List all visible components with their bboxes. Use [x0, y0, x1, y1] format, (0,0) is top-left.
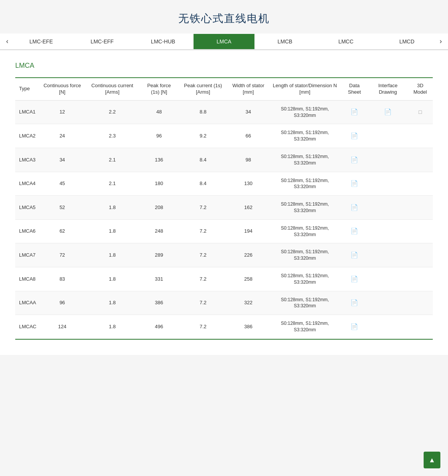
cell-continuous-force: 52	[40, 196, 85, 220]
col-header-model_3d: 3D Model	[408, 78, 433, 100]
table-row: LMCA6621.82487.2194S0:128mm, S1:192mm, S…	[15, 219, 433, 243]
cell-continuous-current: 1.8	[85, 196, 139, 220]
cell-type: LMCA3	[15, 148, 40, 172]
cell-peak-current: 8.8	[179, 100, 228, 124]
cell-continuous-current: 2.1	[85, 172, 139, 196]
tab-lmcb[interactable]: LMCB	[254, 34, 315, 49]
cell-peak-force: 289	[139, 243, 178, 267]
cell-type: LMCA5	[15, 196, 40, 220]
cell-peak-current: 7.2	[179, 267, 228, 291]
pdf-icon[interactable]: 📄	[350, 204, 358, 211]
cell-data-sheet[interactable]: 📄	[341, 196, 368, 220]
3d-model-icon[interactable]: □	[419, 109, 422, 115]
cell-peak-current: 7.2	[179, 219, 228, 243]
cell-data-sheet[interactable]: 📄	[341, 315, 368, 339]
pdf-icon[interactable]: 📄	[350, 109, 358, 115]
pdf-icon-interface[interactable]: 📄	[384, 109, 392, 115]
cell-type: LMCAA	[15, 291, 40, 315]
cell-length-stator: S0:128mm, S1:192mm, S3:320mm	[269, 100, 341, 124]
cell-3d-model	[408, 124, 433, 148]
cell-peak-force: 180	[139, 172, 178, 196]
cell-3d-model	[408, 243, 433, 267]
pdf-icon[interactable]: 📄	[350, 252, 358, 258]
pdf-icon[interactable]: 📄	[350, 157, 358, 163]
table-row: LMCA3342.11368.498S0:128mm, S1:192mm, S3…	[15, 148, 433, 172]
cell-3d-model	[408, 219, 433, 243]
cell-continuous-current: 2.3	[85, 124, 139, 148]
cell-continuous-current: 2.1	[85, 148, 139, 172]
cell-data-sheet[interactable]: 📄	[341, 291, 368, 315]
table-row: LMCA2242.3969.266S0:128mm, S1:192mm, S3:…	[15, 124, 433, 148]
tab-lmc-eff[interactable]: LMC-EFF	[72, 34, 133, 49]
cell-interface-drawing	[368, 124, 408, 148]
table-row: LMCAA961.83867.2322S0:128mm, S1:192mm, S…	[15, 291, 433, 315]
tab-lmcd[interactable]: LMCD	[376, 34, 437, 49]
cell-length-stator: S0:128mm, S1:192mm, S3:320mm	[269, 124, 341, 148]
cell-continuous-current: 1.8	[85, 267, 139, 291]
tab-lmcc[interactable]: LMCC	[315, 34, 376, 49]
cell-continuous-force: 62	[40, 219, 85, 243]
pdf-icon[interactable]: 📄	[350, 299, 358, 306]
cell-peak-force: 208	[139, 196, 178, 220]
cell-data-sheet[interactable]: 📄	[341, 148, 368, 172]
cell-width-stator: 258	[227, 267, 269, 291]
cell-interface-drawing	[368, 291, 408, 315]
cell-length-stator: S0:128mm, S1:192mm, S3:320mm	[269, 219, 341, 243]
table-row: LMCA1122.2488.834S0:128mm, S1:192mm, S3:…	[15, 100, 433, 124]
cell-width-stator: 322	[227, 291, 269, 315]
cell-3d-model	[408, 148, 433, 172]
cell-width-stator: 34	[227, 100, 269, 124]
cell-data-sheet[interactable]: 📄	[341, 219, 368, 243]
cell-length-stator: S0:128mm, S1:192mm, S3:320mm	[269, 291, 341, 315]
cell-length-stator: S0:128mm, S1:192mm, S3:320mm	[269, 243, 341, 267]
cell-type: LMCA7	[15, 243, 40, 267]
cell-peak-force: 96	[139, 124, 178, 148]
pdf-icon[interactable]: 📄	[350, 180, 358, 187]
cell-data-sheet[interactable]: 📄	[341, 267, 368, 291]
tab-lmc-hub[interactable]: LMC-HUB	[133, 34, 194, 49]
pdf-icon[interactable]: 📄	[350, 228, 358, 234]
cell-continuous-current: 1.8	[85, 291, 139, 315]
cell-data-sheet[interactable]: 📄	[341, 172, 368, 196]
cell-3d-model[interactable]: □	[408, 100, 433, 124]
tabs-next-button[interactable]: ›	[437, 34, 444, 49]
cell-peak-current: 7.2	[179, 291, 228, 315]
cell-width-stator: 130	[227, 172, 269, 196]
cell-interface-drawing[interactable]: 📄	[368, 100, 408, 124]
cell-interface-drawing	[368, 196, 408, 220]
pdf-icon[interactable]: 📄	[350, 276, 358, 282]
pdf-icon[interactable]: 📄	[350, 133, 358, 139]
cell-length-stator: S0:128mm, S1:192mm, S3:320mm	[269, 315, 341, 339]
cell-3d-model	[408, 267, 433, 291]
table-row: LMCA4452.11808.4130S0:128mm, S1:192mm, S…	[15, 172, 433, 196]
cell-3d-model	[408, 196, 433, 220]
cell-data-sheet[interactable]: 📄	[341, 100, 368, 124]
cell-type: LMCA2	[15, 124, 40, 148]
cell-continuous-force: 72	[40, 243, 85, 267]
cell-data-sheet[interactable]: 📄	[341, 243, 368, 267]
cell-width-stator: 66	[227, 124, 269, 148]
cell-continuous-current: 1.8	[85, 315, 139, 339]
cell-length-stator: S0:128mm, S1:192mm, S3:320mm	[269, 267, 341, 291]
tab-lmc-efe[interactable]: LMC-EFE	[11, 34, 72, 49]
cell-data-sheet[interactable]: 📄	[341, 124, 368, 148]
cell-interface-drawing	[368, 267, 408, 291]
cell-continuous-force: 96	[40, 291, 85, 315]
divider-bottom	[15, 339, 433, 340]
cell-length-stator: S0:128mm, S1:192mm, S3:320mm	[269, 172, 341, 196]
cell-3d-model	[408, 315, 433, 339]
section-title: LMCA	[15, 62, 433, 70]
pdf-icon[interactable]: 📄	[350, 323, 358, 330]
table-row: LMCA7721.82897.2226S0:128mm, S1:192mm, S…	[15, 243, 433, 267]
cell-peak-current: 8.4	[179, 172, 228, 196]
cell-type: LMCA8	[15, 267, 40, 291]
cell-interface-drawing	[368, 315, 408, 339]
tabs-list: LMC-EFELMC-EFFLMC-HUBLMCALMCBLMCCLMCD	[11, 34, 437, 49]
col-header-width_stator: Width of stator [mm]	[227, 78, 269, 100]
col-header-data_sheet: Data Sheet	[341, 78, 368, 100]
cell-continuous-current: 1.8	[85, 243, 139, 267]
tabs-prev-button[interactable]: ‹	[4, 34, 11, 49]
cell-width-stator: 162	[227, 196, 269, 220]
tab-lmca[interactable]: LMCA	[194, 34, 254, 49]
cell-type: LMCAC	[15, 315, 40, 339]
